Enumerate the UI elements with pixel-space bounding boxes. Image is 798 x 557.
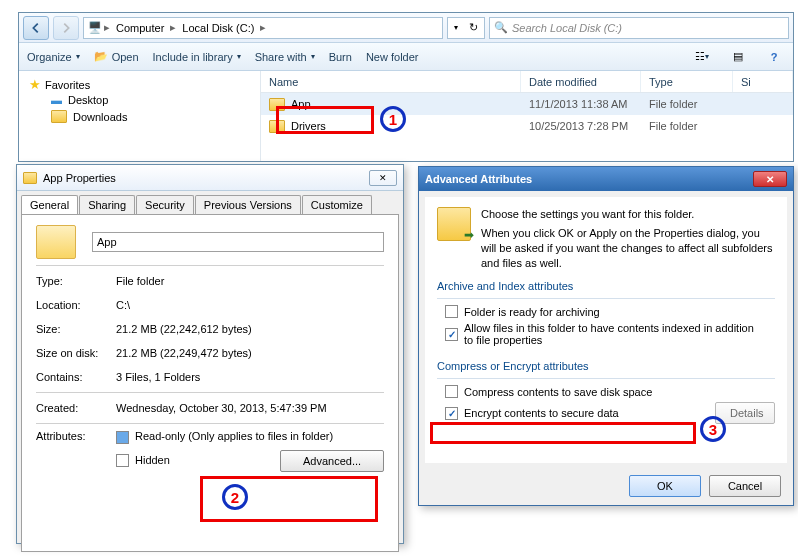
value-size: 21.2 MB (22,242,612 bytes) [116, 323, 384, 335]
computer-icon: 🖥️ [88, 21, 102, 34]
nav-back-button[interactable] [23, 16, 49, 40]
explorer-navbar: 🖥️ ▸ Computer ▸ Local Disk (C:) ▸ ▾ ↻ 🔍 … [19, 13, 793, 43]
toolbar-share[interactable]: Share with ▾ [255, 51, 315, 63]
search-icon: 🔍 [494, 21, 508, 34]
value-sizedisk: 21.2 MB (22,249,472 bytes) [116, 347, 384, 359]
value-type: File folder [116, 275, 384, 287]
search-placeholder: Search Local Disk (C:) [512, 22, 622, 34]
file-name: Drivers [291, 120, 326, 132]
file-row-drivers[interactable]: Drivers 10/25/2013 7:28 PM File folder [261, 115, 793, 137]
downloads-icon [51, 110, 67, 123]
help-button[interactable]: ? [763, 47, 785, 67]
dropdown-history-icon[interactable]: ▾ [454, 23, 458, 32]
group-compress: Compress or Encrypt attributes [437, 360, 775, 372]
col-date[interactable]: Date modified [521, 71, 641, 92]
label-size: Size: [36, 323, 116, 335]
toolbar-burn[interactable]: Burn [329, 51, 352, 63]
col-size[interactable]: Si [733, 71, 793, 92]
general-panel: Type:File folder Location:C:\ Size:21.2 … [21, 214, 399, 552]
intro-line1: Choose the settings you want for this fo… [481, 207, 775, 222]
explorer-window: 🖥️ ▸ Computer ▸ Local Disk (C:) ▸ ▾ ↻ 🔍 … [18, 12, 794, 162]
breadcrumb[interactable]: 🖥️ ▸ Computer ▸ Local Disk (C:) ▸ [83, 17, 443, 39]
advanced-buttons: OK Cancel [419, 469, 793, 503]
properties-tabs: General Sharing Security Previous Versio… [17, 191, 403, 214]
nav-downloads[interactable]: Downloads [29, 108, 250, 125]
nav-desktop[interactable]: ▬Desktop [29, 92, 250, 108]
index-checkbox[interactable] [445, 328, 458, 341]
value-contains: 3 Files, 1 Folders [116, 371, 384, 383]
refresh-box: ▾ ↻ [447, 17, 485, 39]
file-row-app[interactable]: App 11/1/2013 11:38 AM File folder [261, 93, 793, 115]
label-contains: Contains: [36, 371, 116, 383]
desktop-icon: ▬ [51, 94, 62, 106]
folder-open-icon: 📂 [94, 50, 108, 63]
label-attributes: Attributes: [36, 430, 116, 442]
index-label: Allow files in this folder to have conte… [464, 322, 764, 346]
cancel-button[interactable]: Cancel [709, 475, 781, 497]
file-date: 11/1/2013 11:38 AM [521, 98, 641, 110]
tab-customize[interactable]: Customize [302, 195, 372, 214]
group-archive: Archive and Index attributes [437, 280, 775, 292]
archive-label: Folder is ready for archiving [464, 306, 600, 318]
advanced-title: Advanced Attributes [425, 173, 753, 185]
view-button[interactable]: ☷ ▾ [691, 47, 713, 67]
folder-large-icon [36, 225, 76, 259]
compress-label: Compress contents to save disk space [464, 386, 652, 398]
intro-line2: When you click OK or Apply on the Proper… [481, 226, 775, 271]
readonly-checkbox[interactable] [116, 431, 129, 444]
crumb-localdisk[interactable]: Local Disk (C:) [178, 22, 258, 34]
value-location: C:\ [116, 299, 384, 311]
col-name[interactable]: Name [261, 71, 521, 92]
toolbar-open[interactable]: 📂 Open [94, 50, 139, 63]
star-icon: ★ [29, 77, 41, 92]
toolbar-newfolder[interactable]: New folder [366, 51, 419, 63]
nav-forward-button[interactable] [53, 16, 79, 40]
file-name: App [291, 98, 311, 110]
compress-checkbox[interactable] [445, 385, 458, 398]
advanced-button[interactable]: Advanced... [280, 450, 384, 472]
hidden-checkbox[interactable] [116, 454, 129, 467]
archive-checkbox[interactable] [445, 305, 458, 318]
folder-icon [23, 172, 37, 184]
nav-pane: ★Favorites ▬Desktop Downloads [19, 71, 261, 161]
label-location: Location: [36, 299, 116, 311]
folder-icon [269, 98, 285, 111]
tab-sharing[interactable]: Sharing [79, 195, 135, 214]
file-date: 10/25/2013 7:28 PM [521, 120, 641, 132]
tab-security[interactable]: Security [136, 195, 194, 214]
encrypt-checkbox[interactable] [445, 407, 458, 420]
tab-general[interactable]: General [21, 195, 78, 214]
file-type: File folder [641, 120, 733, 132]
hidden-label: Hidden [135, 454, 170, 466]
properties-title: App Properties [43, 172, 363, 184]
tab-previous-versions[interactable]: Previous Versions [195, 195, 301, 214]
file-type: File folder [641, 98, 733, 110]
details-button[interactable]: Details [715, 402, 775, 424]
advanced-body: Choose the settings you want for this fo… [425, 197, 787, 463]
nav-favorites[interactable]: ★Favorites [29, 77, 250, 92]
archive-checkbox-row[interactable]: Folder is ready for archiving [445, 305, 775, 318]
col-type[interactable]: Type [641, 71, 733, 92]
explorer-toolbar: Organize ▾ 📂 Open Include in library ▾ S… [19, 43, 793, 71]
column-headers: Name Date modified Type Si [261, 71, 793, 93]
search-input[interactable]: 🔍 Search Local Disk (C:) [489, 17, 789, 39]
toolbar-organize[interactable]: Organize ▾ [27, 51, 80, 63]
toolbar-include[interactable]: Include in library ▾ [153, 51, 241, 63]
properties-dialog: App Properties ✕ General Sharing Securit… [16, 164, 404, 544]
close-button[interactable]: ✕ [753, 171, 787, 187]
crumb-computer[interactable]: Computer [112, 22, 168, 34]
label-type: Type: [36, 275, 116, 287]
advanced-attributes-dialog: Advanced Attributes ✕ Choose the setting… [418, 166, 794, 506]
advanced-intro: Choose the settings you want for this fo… [481, 207, 775, 270]
compress-checkbox-row[interactable]: Compress contents to save disk space [445, 385, 775, 398]
preview-pane-button[interactable]: ▤ [727, 47, 749, 67]
readonly-checkbox-row[interactable]: Read-only (Only applies to files in fold… [116, 430, 384, 444]
folder-name-input[interactable] [92, 232, 384, 252]
explorer-body: ★Favorites ▬Desktop Downloads Name Date … [19, 71, 793, 161]
hidden-checkbox-row[interactable]: Hidden [116, 454, 280, 468]
encrypt-checkbox-row[interactable]: Encrypt contents to secure data Details [445, 402, 775, 424]
close-button[interactable]: ✕ [369, 170, 397, 186]
ok-button[interactable]: OK [629, 475, 701, 497]
refresh-icon[interactable]: ↻ [469, 21, 478, 34]
index-checkbox-row[interactable]: Allow files in this folder to have conte… [445, 322, 775, 346]
